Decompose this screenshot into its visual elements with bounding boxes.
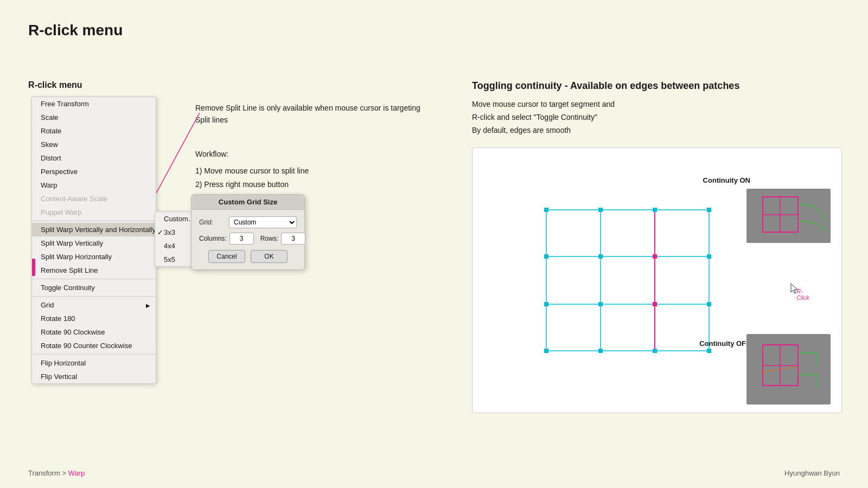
dialog-title: Custom Grid Size [192,195,304,210]
desc-line-1: Move mouse cursor to target segment and [472,98,842,111]
cursor-area: R-Click [790,282,800,296]
svg-rect-9 [544,208,548,212]
menu-item-toggle-continuity[interactable]: Toggle Continuity [32,281,156,294]
footer-transform: Transform [28,469,60,477]
ok-button[interactable]: OK [251,250,288,263]
svg-line-0 [156,113,200,193]
warp-grid-svg [544,207,712,354]
info-line-1: Remove Split Line is only available when… [195,102,429,114]
menu-item-grid[interactable]: Grid [32,298,156,312]
cancel-button[interactable]: Cancel [208,250,245,263]
workflow-label: Workflow: [195,147,309,161]
menu-item-flip-horizontal[interactable]: Flip Horizontal [32,356,156,370]
pink-highlight-bar [32,259,35,276]
footer-author: Hyunghwan Byun [784,469,840,477]
info-text-block: Remove Split Line is only available when… [195,102,429,126]
rows-label: Rows: [260,235,278,242]
svg-rect-12 [707,349,711,353]
svg-rect-18 [544,302,548,306]
svg-rect-16 [653,349,657,353]
info-line-2: Split lines [195,114,429,126]
footer-sep: > [62,469,68,477]
continuity-on-svg [746,189,831,243]
continuity-on-thumb [746,189,831,243]
svg-rect-21 [598,254,603,259]
rows-input[interactable] [281,233,305,245]
custom-grid-dialog: Custom Grid Size Grid: Custom Columns: R… [191,194,305,270]
desc-line-2: R-click and select "Toggle Continuity" [472,111,842,124]
workflow-step-2: 2) Press right mouse button [195,178,309,191]
footer-breadcrumb: Transform > Warp [28,469,85,477]
menu-item-perspective[interactable]: Perspective [32,165,156,178]
workflow-step-1: 1) Move mouse cursor to split line [195,164,309,178]
menu-item-remove-split-line[interactable]: Remove Split Line [32,264,156,277]
menu-item-skew[interactable]: Skew [32,138,156,151]
rclick-label: R-Click [796,288,809,301]
right-section: Toggling continuity - Available on edges… [472,80,842,413]
menu-item-rotate-90-ccw[interactable]: Rotate 90 Counter Clockwise [32,339,156,352]
menu-item-flip-vertical[interactable]: Flip Vertical [32,370,156,383]
desc-line-3: By default, edges are smooth [472,124,842,137]
continuity-off-svg [746,334,831,404]
svg-rect-24 [653,302,657,306]
menu-item-split-warp-vertically[interactable]: Split Warp Vertically [32,236,156,250]
menu-item-rotate[interactable]: Rotate [32,124,156,138]
svg-rect-13 [598,208,603,212]
svg-rect-19 [707,254,711,259]
continuity-off-label: Continuity OFF [699,339,750,348]
menu-item-rotate-180[interactable]: Rotate 180 [32,312,156,325]
menu-item-puppet-warp: Puppet Warp [32,206,156,219]
page-title: R-click menu [28,22,123,39]
svg-rect-10 [707,208,711,212]
svg-rect-14 [653,208,657,212]
menu-item-rotate-90-cw[interactable]: Rotate 90 Clockwise [32,325,156,339]
menu-item-warp[interactable]: Warp [32,178,156,192]
menu-item-distort[interactable]: Distort [32,151,156,165]
right-heading: Toggling continuity - Available on edges… [472,80,842,92]
menu-item-split-warp-horizontally[interactable]: Split Warp Horizontally [32,250,156,264]
svg-rect-17 [544,254,548,259]
svg-rect-15 [598,349,603,353]
svg-rect-22 [653,254,657,259]
menu-item-split-warp-both[interactable]: Split Warp Vertically and Horizontally [32,223,156,236]
menu-item-scale[interactable]: Scale [32,111,156,124]
svg-rect-23 [598,302,603,306]
svg-rect-4 [546,210,709,351]
right-description: Move mouse cursor to target segment and … [472,98,842,137]
grid-label: Grid: [199,219,229,226]
svg-rect-20 [707,302,711,306]
menu-item-free-transform[interactable]: Free Transform [32,97,156,111]
footer-warp: Warp [68,469,85,477]
warp-demo-container: R-Click Continuity ON Continuity OFF [472,147,842,413]
grid-select[interactable]: Custom [229,216,297,228]
columns-input[interactable] [229,233,254,245]
context-menu: Free Transform Scale Rotate Skew Distort… [31,97,156,384]
left-heading: R-click menu [28,80,82,90]
continuity-off-thumb [746,334,831,404]
columns-label: Columns: [199,235,227,242]
continuity-on-label: Continuity ON [703,176,750,184]
menu-item-content-aware-scale: Content-Aware Scale [32,192,156,206]
svg-rect-11 [544,349,548,353]
